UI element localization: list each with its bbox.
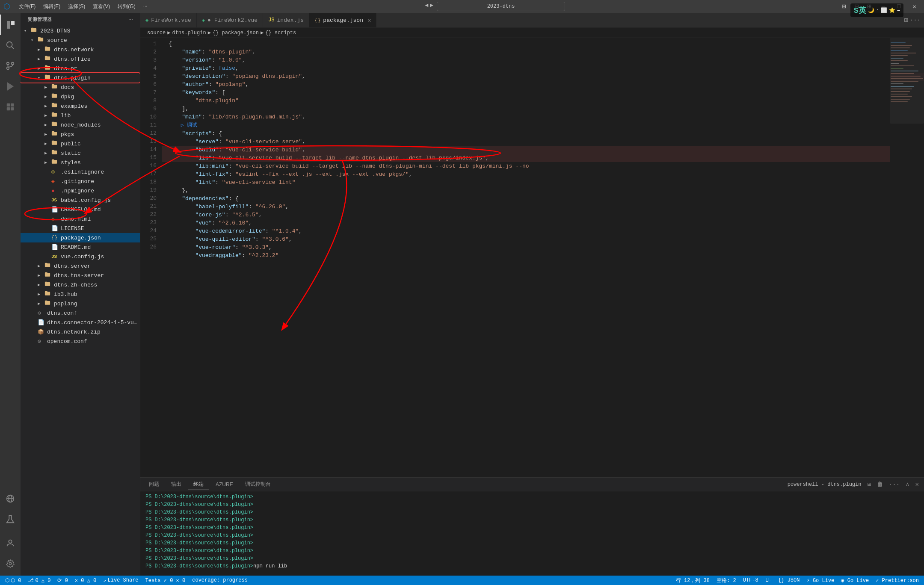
language-status[interactable]: {} JSON: [776, 577, 801, 583]
tab-indexjs[interactable]: JSindex.js: [263, 13, 309, 28]
tab-packagejson[interactable]: {}package.json✕: [309, 13, 376, 28]
panel-tab-output[interactable]: 输出: [166, 479, 187, 490]
sidebar-item-packagejson[interactable]: {}package.json: [21, 233, 140, 242]
panel-tab-problems[interactable]: 问题: [144, 479, 164, 490]
sidebar-item-license[interactable]: 📄LICENSE: [21, 224, 140, 233]
menu-file[interactable]: 文件(F): [15, 1, 39, 12]
menu-edit[interactable]: 编辑(E): [40, 1, 64, 12]
activity-source-control[interactable]: [0, 56, 21, 76]
go-live2-status[interactable]: ◉ Go Live: [839, 577, 871, 584]
go-live-status[interactable]: ⚡ Go Live: [805, 577, 836, 584]
spaces-status[interactable]: 空格: 2: [715, 577, 738, 584]
sidebar-item-dtns.server[interactable]: ▶dtns.server: [21, 261, 140, 271]
nav-forward[interactable]: ▶: [430, 2, 433, 11]
encoding-status[interactable]: UTF-8: [741, 577, 760, 583]
nav-back[interactable]: ◀: [425, 2, 428, 11]
activity-search[interactable]: [0, 35, 21, 56]
sidebar-item-dtnsconf[interactable]: ⚙dtns.conf: [21, 308, 140, 318]
panel-close-icon[interactable]: ✕: [914, 480, 921, 489]
panel-tab-debug[interactable]: 调试控制台: [240, 479, 276, 490]
badge-box[interactable]: ⬜: [881, 7, 887, 14]
prettier-status[interactable]: ✓ Prettier:son: [874, 577, 921, 584]
sidebar-item-docs[interactable]: ▶docs: [21, 83, 140, 92]
tests-status[interactable]: Tests ✓ 0 ✕ 0: [144, 577, 187, 584]
coverage-status[interactable]: coverage: progress: [190, 577, 249, 583]
remote-status[interactable]: ⬡ ⬡ 0: [3, 577, 23, 584]
split-terminal-icon[interactable]: ⊞: [865, 480, 872, 489]
sidebar-item-public[interactable]: ▶public: [21, 139, 140, 148]
sidebar-item-dtnsnetworkzip[interactable]: 📦dtns.network.zip: [21, 327, 140, 337]
sidebar-item-babelconfig[interactable]: JSbabel.config.js: [21, 195, 140, 205]
sidebar-item-changelog[interactable]: 📄CHANGELOG.md: [21, 205, 140, 214]
error-status[interactable]: ✕ 0 △ 0: [73, 577, 98, 584]
tree-arrow-dtns.pr: ▶: [38, 66, 44, 71]
badge-more[interactable]: ⋯: [897, 7, 900, 14]
activity-testing[interactable]: [0, 509, 21, 529]
sidebar-item-dtns.tns-server[interactable]: ▶dtns.tns-server: [21, 271, 140, 280]
activity-extensions[interactable]: [0, 97, 21, 117]
search-bar[interactable]: 2023-dtns: [437, 2, 565, 11]
sidebar-item-opencomconf[interactable]: ⚙opencom.conf: [21, 337, 140, 346]
sidebar-item-dtns.office[interactable]: ▶dtns.office: [21, 54, 140, 64]
more-tabs-icon[interactable]: ···: [910, 17, 921, 24]
sidebar-item-source[interactable]: ▾source: [21, 35, 140, 45]
sidebar-item-dtnsconnector[interactable]: 📄dtns.connector-2024-1-5-vue-router3.0.1…: [21, 318, 140, 327]
sidebar-item-styles[interactable]: ▶styles: [21, 158, 140, 167]
sidebar-item-dtns.plugin[interactable]: ▾dtns.plugin: [21, 73, 140, 83]
panel-more-icon[interactable]: ···: [887, 480, 901, 489]
breadcrumb-source[interactable]: source: [147, 30, 166, 36]
activity-explorer[interactable]: [0, 15, 21, 35]
sidebar-item-examples[interactable]: ▶examples: [21, 101, 140, 111]
terminal-content[interactable]: PS D:\2023-dtns\source\dtns.plugin>PS D:…: [140, 491, 924, 576]
sidebar-item-demo[interactable]: ◇demo.html: [21, 214, 140, 224]
sidebar-item-dtns.zh-chess[interactable]: ▶dtns.zh-chess: [21, 280, 140, 290]
breadcrumb-plugin[interactable]: dtns.plugin: [172, 30, 206, 36]
split-editor-icon[interactable]: ⊞: [904, 16, 908, 24]
tree-arrow-pkgs: ▶: [44, 132, 51, 137]
sidebar-more[interactable]: ···: [128, 17, 133, 22]
sidebar-item-vueconfig[interactable]: JSvue.config.js: [21, 252, 140, 261]
activity-run-debug[interactable]: [0, 76, 21, 97]
sidebar-item-gitignore[interactable]: ◈.gitignore: [21, 177, 140, 186]
badge-star[interactable]: ⭐: [889, 7, 895, 14]
menu-goto[interactable]: 转到(G): [114, 1, 139, 12]
tab-FireWorkvue[interactable]: ◈FireWork.vue: [140, 13, 197, 28]
sync-status[interactable]: ⟳ 0: [56, 577, 69, 584]
tab-close-3[interactable]: ✕: [367, 17, 371, 24]
close-button[interactable]: ✕: [909, 1, 921, 12]
terminal-current-input[interactable]: PS D:\2023-dtns\source\dtns.plugin> npm …: [145, 562, 919, 570]
activity-remote[interactable]: [0, 488, 21, 509]
sidebar-item-node_modules[interactable]: ▶node_modules: [21, 120, 140, 130]
sidebar-item-root[interactable]: ▾2023-DTNS: [21, 26, 140, 35]
code-content[interactable]: { "name": "dtns-plugin", "version": "1.0…: [162, 38, 890, 477]
kill-terminal-icon[interactable]: 🗑: [875, 480, 885, 489]
panel-tab-azure[interactable]: AZURE: [210, 480, 238, 489]
row-col-status[interactable]: 行 12，列 38: [674, 577, 711, 584]
tab-FireWork2vue[interactable]: ◈● FireWork2.vue: [197, 13, 263, 28]
badge-moon[interactable]: 🌙: [868, 7, 874, 14]
sidebar-item-poplang[interactable]: ▶poplang: [21, 299, 140, 308]
sidebar-item-eslintignore[interactable]: ⚙.eslintignore: [21, 167, 140, 177]
layout-icon[interactable]: ⊞: [839, 0, 849, 12]
sidebar-item-ib3.hub[interactable]: ▶ib3.hub: [21, 290, 140, 299]
sidebar-item-lib[interactable]: ▶lib: [21, 111, 140, 120]
sidebar-item-dtns.network[interactable]: ▶dtns.network: [21, 45, 140, 54]
branch-status[interactable]: ⎇ 0 △ 0: [26, 577, 52, 584]
sidebar-item-readmemd[interactable]: 📄README.md: [21, 242, 140, 252]
breadcrumb-section[interactable]: {} scripts: [265, 30, 296, 36]
live-share-status[interactable]: ↗ Live Share: [101, 577, 140, 584]
breadcrumb-file[interactable]: {} package.json: [213, 30, 259, 36]
menu-more[interactable]: ···: [140, 1, 151, 12]
menu-select[interactable]: 选择(S): [65, 1, 89, 12]
sidebar-item-static[interactable]: ▶static: [21, 148, 140, 158]
sidebar-item-dtns.pr[interactable]: ▶dtns.pr: [21, 64, 140, 73]
sidebar-item-dpkg[interactable]: ▶dpkg: [21, 92, 140, 101]
menu-view[interactable]: 查看(V): [89, 1, 113, 12]
panel-expand-icon[interactable]: ∧: [904, 480, 911, 489]
panel-tab-terminal[interactable]: 终端: [188, 479, 209, 490]
activity-account[interactable]: [0, 533, 21, 553]
activity-settings[interactable]: [0, 553, 21, 574]
eol-status[interactable]: LF: [764, 577, 773, 583]
sidebar-item-pkgs[interactable]: ▶pkgs: [21, 130, 140, 139]
sidebar-item-npmignore[interactable]: ●.npmignore: [21, 186, 140, 195]
